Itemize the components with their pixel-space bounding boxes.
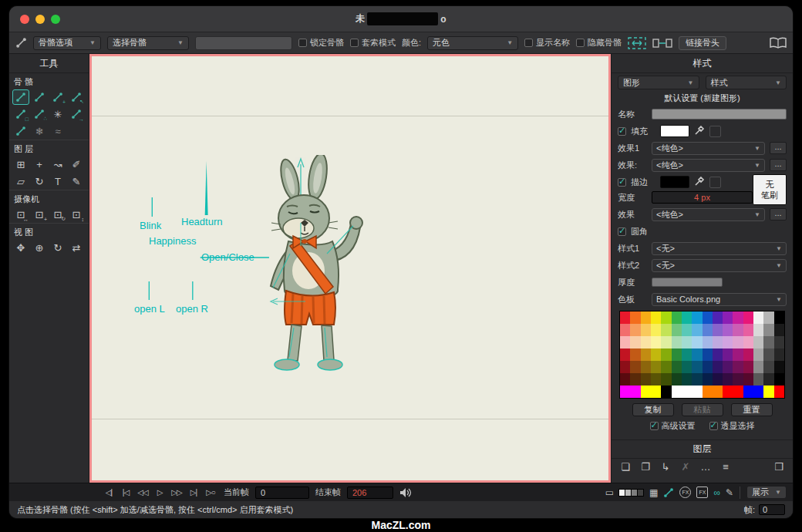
fill-eyedropper-icon[interactable]	[694, 125, 705, 138]
checkbox-box[interactable]	[650, 422, 659, 430]
jump-end-button[interactable]: ▷|	[187, 488, 200, 497]
palette-swatch[interactable]	[661, 311, 671, 324]
checkbox-box[interactable]	[350, 39, 359, 47]
end-frame-field[interactable]: 206	[347, 487, 393, 499]
delete-layer-button[interactable]: ✗	[678, 461, 693, 473]
palette-swatch[interactable]	[620, 386, 630, 398]
palette-swatch[interactable]	[703, 361, 713, 373]
palette-swatch[interactable]	[774, 336, 784, 348]
tool-freeze-pose[interactable]: ❄	[31, 123, 48, 139]
fill-effect1-options-button[interactable]: ...	[770, 142, 787, 154]
palette-swatch[interactable]	[774, 361, 784, 373]
bone-indicator-icon[interactable]	[663, 487, 674, 498]
palette-swatch[interactable]	[733, 348, 743, 361]
fill-effect-swatch[interactable]	[709, 126, 721, 137]
palette-swatch[interactable]	[641, 361, 651, 373]
style1-dropdown[interactable]: <无>▼	[652, 242, 787, 255]
copy-style-button[interactable]: 复制	[632, 403, 674, 416]
palette-swatch[interactable]	[743, 324, 753, 336]
stretch-bones-icon[interactable]	[652, 37, 672, 49]
control-label[interactable]: Happiness	[149, 235, 196, 247]
tool-track-camera[interactable]: ⊡↔	[12, 207, 29, 222]
palette-swatch[interactable]	[703, 324, 713, 336]
palette-swatch[interactable]	[620, 361, 630, 373]
step-back-button[interactable]: ◁◁	[136, 488, 150, 497]
palette-swatch[interactable]	[682, 386, 692, 398]
palette-swatch[interactable]	[620, 336, 630, 348]
palette-swatch[interactable]	[753, 373, 763, 386]
control-label[interactable]: Headturn	[181, 216, 222, 227]
palette-swatch[interactable]	[661, 348, 671, 361]
palette-swatch[interactable]	[723, 311, 733, 324]
minimize-window-button[interactable]	[35, 15, 45, 24]
palette-swatch[interactable]	[723, 373, 733, 386]
checkbox-box[interactable]	[709, 422, 718, 430]
onion-skin-icon[interactable]: ▦	[649, 487, 658, 498]
palette-swatch[interactable]	[682, 336, 692, 348]
palette-swatch[interactable]	[774, 324, 784, 336]
duplicate-layer-button[interactable]: ❐	[638, 461, 653, 473]
palette-swatch[interactable]	[630, 373, 640, 386]
palette-swatch[interactable]	[682, 361, 692, 373]
palette-swatch[interactable]	[672, 348, 682, 361]
palette-swatch[interactable]	[713, 336, 723, 348]
palette-swatch[interactable]	[733, 324, 743, 336]
palette-swatch[interactable]	[661, 324, 671, 336]
palette-swatch[interactable]	[672, 386, 682, 398]
tool-bind-layer[interactable]: □	[12, 106, 29, 122]
tool-bone-strength[interactable]: ✳	[49, 106, 66, 122]
tool-bind-points[interactable]: ∴	[31, 106, 48, 122]
tool-pan-tilt-camera[interactable]: ⊡↕	[68, 207, 85, 222]
palette-swatch[interactable]	[630, 361, 640, 373]
tool-layer-painter[interactable]: ✐	[68, 157, 85, 172]
gradient-swatches-icon[interactable]	[619, 489, 644, 497]
prev-keyframe-button[interactable]: |◁	[119, 488, 133, 497]
tool-follow-path[interactable]: ↝	[49, 157, 66, 172]
palette-swatch[interactable]	[692, 336, 702, 348]
jump-start-button[interactable]: ◁|	[102, 488, 116, 497]
palette-swatch[interactable]	[672, 373, 682, 386]
canvas[interactable]: BlinkHeadturnHappinessOpen/Closeopen Lop…	[89, 54, 611, 483]
control-label[interactable]: Blink	[140, 220, 161, 231]
palette-swatch[interactable]	[641, 373, 651, 386]
palette-swatch[interactable]	[774, 348, 784, 361]
palette-swatch[interactable]	[651, 386, 661, 398]
palette-swatch[interactable]	[713, 311, 723, 324]
palette-swatch[interactable]	[753, 324, 763, 336]
stroke-effect-swatch[interactable]	[709, 177, 721, 188]
palette-swatch[interactable]	[630, 336, 640, 348]
paste-style-button[interactable]: 粘贴	[682, 403, 723, 416]
palette-swatch[interactable]	[713, 348, 723, 361]
palette-swatch[interactable]	[713, 324, 723, 336]
tool-eyedropper[interactable]: ✎	[68, 173, 85, 189]
stroke-effect-dropdown[interactable]: <纯色>▼	[652, 208, 765, 221]
palette-swatch[interactable]	[620, 324, 630, 336]
palette-swatch[interactable]	[682, 311, 692, 324]
tool-insert-text[interactable]: T	[49, 173, 66, 189]
see-through-selection-checkbox[interactable]: 透显选择	[709, 420, 755, 432]
palette-swatch[interactable]	[723, 348, 733, 361]
palette-swatch[interactable]	[774, 373, 784, 386]
palette-swatch[interactable]	[672, 336, 682, 348]
select-bone-dropdown[interactable]: 选择骨骼▼	[107, 36, 189, 50]
tool-manipulate-bones[interactable]	[31, 89, 48, 105]
brush-picker-button[interactable]: 无 笔刷	[753, 174, 787, 205]
palette-swatch[interactable]	[733, 336, 743, 348]
preview-monitor-icon[interactable]: ▭	[605, 487, 614, 498]
reference-layer-button[interactable]: ↳	[658, 461, 673, 473]
palette-swatch[interactable]	[641, 348, 651, 361]
style2-dropdown[interactable]: <无>▼	[652, 259, 787, 272]
palette-swatch[interactable]	[763, 373, 773, 386]
display-dropdown[interactable]: 展示▼	[746, 486, 787, 499]
palette-swatch[interactable]	[753, 386, 763, 398]
palette-swatch[interactable]	[651, 361, 661, 373]
palette-swatch[interactable]	[763, 336, 773, 348]
palette-swatch[interactable]	[723, 361, 733, 373]
palette-swatch[interactable]	[661, 373, 671, 386]
hide-bones-checkbox[interactable]: 隐藏骨骼	[576, 37, 622, 49]
lock-bones-checkbox[interactable]: 锁定骨骼	[298, 37, 344, 49]
layer-settings-button[interactable]: ≡	[718, 461, 733, 473]
fill-checkbox[interactable]	[618, 127, 626, 136]
tool-pan-view[interactable]: ✥	[12, 240, 29, 255]
palette-swatch[interactable]	[651, 348, 661, 361]
